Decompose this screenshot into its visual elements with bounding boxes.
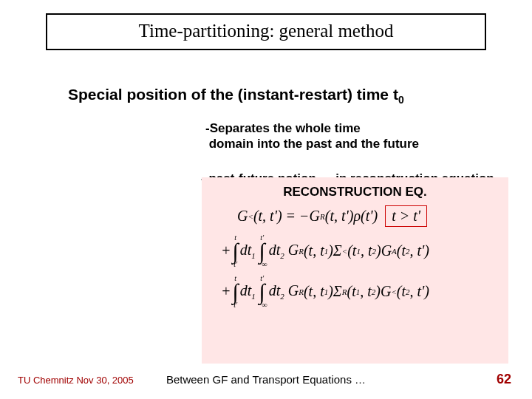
integral-icon: t∫t'	[233, 275, 239, 308]
bullet-separates-line2: domain into the past and the future	[209, 137, 419, 151]
integral-icon: t'∫−∞	[257, 234, 267, 267]
footer-talk-title: Between GF and Transport Equations …	[0, 373, 532, 386]
slide-title: Time-partitioning: general method	[55, 21, 477, 41]
eq-box-title: RECONSTRUCTION EQ.	[212, 185, 498, 200]
subheading-text: Special position of the (instant-restart…	[68, 86, 398, 103]
time-order-condition: t > t'	[385, 205, 427, 227]
equation-line-2: + t∫t' dt1 t'∫−∞ dt2 GR(t, t1)Σ<(t1, t2)…	[221, 234, 498, 267]
equation-line-3: + t∫t' dt1 t'∫−∞ dt2 GR(t, t1)ΣR(t1, t2)…	[221, 275, 498, 308]
page-number: 62	[497, 372, 511, 387]
integral-icon: t'∫−∞	[257, 275, 267, 308]
bullet-separates: -Separates the whole time domain into th…	[205, 120, 501, 152]
title-frame: Time-partitioning: general method	[46, 13, 486, 50]
subheading: Special position of the (instant-restart…	[68, 86, 404, 106]
bullet-separates-line1: -Separates the whole time	[205, 121, 361, 135]
integral-icon: t∫t'	[233, 234, 239, 267]
reconstruction-eq-box: RECONSTRUCTION EQ. G<(t, t') = −GR(t, t'…	[202, 177, 508, 364]
equation-line-1: G<(t, t') = −GR(t, t')ρ(t') t > t'	[237, 205, 498, 227]
subheading-subscript: 0	[398, 94, 404, 106]
